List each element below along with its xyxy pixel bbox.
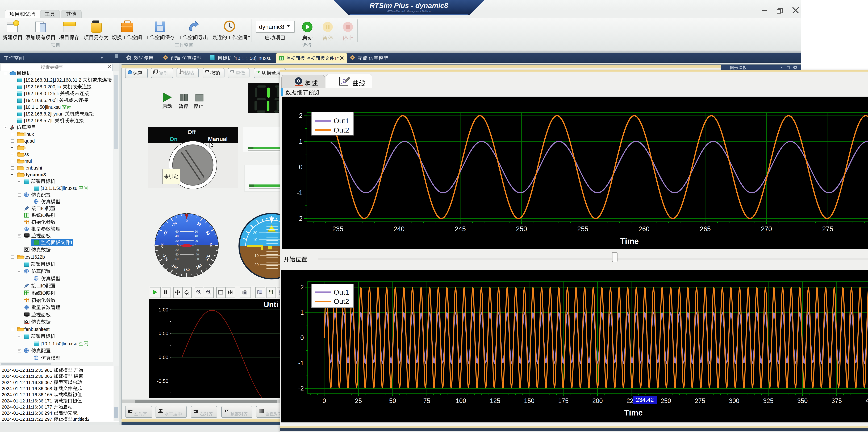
svg-text:1: 1 bbox=[70, 240, 73, 245]
svg-text:-0.50: -0.50 bbox=[157, 378, 168, 384]
svg-text:untitled2: untitled2 bbox=[72, 416, 89, 422]
svg-text:270: 270 bbox=[761, 225, 772, 233]
svg-text:-60: -60 bbox=[174, 257, 179, 261]
svg-text:20: 20 bbox=[175, 239, 179, 242]
svg-text:375: 375 bbox=[831, 397, 842, 404]
svg-text:dynamic8: dynamic8 bbox=[259, 24, 284, 30]
svg-text:10: 10 bbox=[253, 237, 257, 242]
svg-text:[192.168.0.125]li: [192.168.0.125]li bbox=[24, 91, 60, 96]
svg-text:[192.168.31.2]192.168.31.2: [192.168.31.2]192.168.31.2 bbox=[24, 78, 83, 83]
svg-text:2024-01-12 11:16:36 068: 2024-01-12 11:16:36 068 bbox=[2, 386, 53, 391]
svg-text:Time: Time bbox=[624, 408, 643, 417]
svg-text:75: 75 bbox=[423, 397, 430, 404]
svg-text:-40: -40 bbox=[195, 253, 199, 256]
svg-text:234.42: 234.42 bbox=[636, 396, 654, 403]
svg-text:-2: -2 bbox=[297, 215, 303, 222]
svg-text:IO: IO bbox=[41, 283, 46, 289]
svg-text:2024-01-12 11:16:36 065: 2024-01-12 11:16:36 065 bbox=[2, 374, 53, 379]
svg-text:40: 40 bbox=[175, 234, 179, 238]
svg-text:Manual: Manual bbox=[208, 136, 228, 142]
svg-text:325: 325 bbox=[763, 397, 774, 404]
svg-text:240: 240 bbox=[394, 225, 404, 233]
svg-text:2024-01-12 11:16:36 067: 2024-01-12 11:16:36 067 bbox=[2, 380, 53, 385]
svg-text:50: 50 bbox=[389, 397, 396, 404]
svg-text:Out2: Out2 bbox=[334, 126, 349, 134]
svg-text:20: 20 bbox=[253, 231, 257, 235]
svg-text:400: 400 bbox=[866, 397, 868, 404]
svg-text:20: 20 bbox=[195, 239, 198, 242]
svg-text:-1: -1 bbox=[298, 359, 304, 367]
svg-text:RTSim Plus - HIL Management Pl: RTSim Plus - HIL Management Platform bbox=[387, 10, 431, 13]
svg-text:1: 1 bbox=[299, 138, 303, 145]
svg-text:1: 1 bbox=[300, 309, 304, 316]
svg-text:2024-01-12 11:16:36 165: 2024-01-12 11:16:36 165 bbox=[2, 392, 53, 397]
svg-text:245: 245 bbox=[455, 225, 466, 233]
svg-text:fenbushi: fenbushi bbox=[24, 165, 42, 171]
svg-text:.: . bbox=[82, 386, 83, 391]
svg-text:255: 255 bbox=[577, 225, 588, 233]
svg-text:-2: -2 bbox=[298, 385, 304, 392]
svg-text:li: li bbox=[24, 145, 26, 150]
svg-text:1.00: 1.00 bbox=[159, 307, 168, 313]
svg-text:-20: -20 bbox=[174, 248, 179, 252]
svg-text:ss: ss bbox=[24, 152, 29, 157]
svg-text:0: 0 bbox=[300, 334, 304, 341]
svg-text:Off: Off bbox=[187, 129, 196, 135]
svg-text:0.00: 0.00 bbox=[159, 354, 168, 360]
svg-text:40: 40 bbox=[195, 234, 198, 238]
svg-text:[10.1.1.50]linuxsu: [10.1.1.50]linuxsu bbox=[232, 56, 272, 61]
svg-text:Out1: Out1 bbox=[334, 288, 349, 296]
svg-text:200: 200 bbox=[592, 397, 603, 404]
svg-text:60: 60 bbox=[195, 230, 198, 233]
svg-text:[10.1.1.50]linuxsu: [10.1.1.50]linuxsu bbox=[24, 105, 62, 110]
svg-text:250: 250 bbox=[660, 397, 671, 404]
svg-text:300: 300 bbox=[729, 397, 739, 404]
svg-text:2024-01-12 11:17:22 297: 2024-01-12 11:17:22 297 bbox=[2, 416, 53, 422]
svg-text:IO: IO bbox=[41, 206, 46, 211]
svg-text:-20: -20 bbox=[195, 248, 199, 252]
svg-text:0: 0 bbox=[299, 164, 303, 171]
svg-text:350: 350 bbox=[797, 397, 808, 404]
svg-text:0: 0 bbox=[177, 244, 179, 247]
svg-text:-60: -60 bbox=[195, 257, 199, 261]
svg-text:235: 235 bbox=[332, 225, 343, 233]
svg-text:[192.168.8.2]liyuan: [192.168.8.2]liyuan bbox=[24, 111, 65, 117]
svg-text:RTSim Plus - dynamic8: RTSim Plus - dynamic8 bbox=[370, 2, 448, 9]
svg-text:0: 0 bbox=[186, 219, 188, 223]
svg-text:test1622b: test1622b bbox=[24, 255, 45, 260]
svg-text:quad: quad bbox=[24, 139, 35, 144]
svg-text:125: 125 bbox=[490, 397, 500, 404]
svg-text:275: 275 bbox=[822, 225, 833, 233]
svg-text:10: 10 bbox=[254, 253, 259, 258]
svg-text:IO: IO bbox=[41, 213, 46, 218]
svg-text:180: 180 bbox=[184, 268, 190, 272]
svg-text:On: On bbox=[169, 136, 178, 142]
svg-text:90: 90 bbox=[209, 243, 213, 247]
svg-text:260: 260 bbox=[639, 225, 649, 233]
svg-text:25: 25 bbox=[355, 397, 362, 404]
svg-text:Out2: Out2 bbox=[334, 297, 349, 306]
svg-text:.: . bbox=[77, 410, 78, 416]
svg-text:-1: -1 bbox=[297, 189, 303, 197]
svg-text:275: 275 bbox=[695, 397, 705, 404]
svg-text:[10.1.1.50]linuxsu: [10.1.1.50]linuxsu bbox=[41, 186, 79, 191]
svg-text:[10.1.1.50]linuxsu: [10.1.1.50]linuxsu bbox=[41, 341, 79, 346]
svg-text:150: 150 bbox=[524, 397, 534, 404]
svg-text:100: 100 bbox=[456, 397, 466, 404]
svg-text:[192.168.0.200]liu: [192.168.0.200]liu bbox=[24, 84, 62, 89]
svg-text:0: 0 bbox=[322, 397, 326, 404]
svg-text:IO: IO bbox=[41, 291, 46, 296]
svg-text:2024-01-12 11:16:35 981: 2024-01-12 11:16:35 981 bbox=[2, 368, 53, 373]
svg-text:Unti: Unti bbox=[264, 300, 278, 309]
svg-text:mul: mul bbox=[24, 159, 32, 164]
svg-text:175: 175 bbox=[558, 397, 568, 404]
svg-text:-40: -40 bbox=[174, 253, 179, 256]
svg-text:1*: 1* bbox=[334, 56, 339, 61]
svg-text:20: 20 bbox=[254, 262, 259, 267]
svg-text:2024-01-12 11:16:36 171: 2024-01-12 11:16:36 171 bbox=[2, 398, 53, 404]
svg-text:linux: linux bbox=[24, 132, 34, 137]
svg-text:2: 2 bbox=[300, 284, 304, 291]
svg-text:250: 250 bbox=[516, 225, 527, 233]
svg-text:[192.168.5.7]li: [192.168.5.7]li bbox=[24, 118, 55, 123]
svg-text:265: 265 bbox=[700, 225, 711, 233]
